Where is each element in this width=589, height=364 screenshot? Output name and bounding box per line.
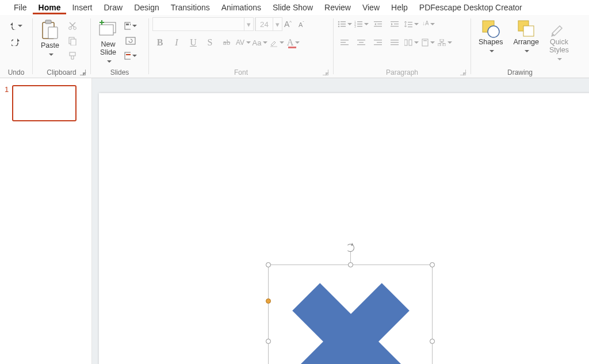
resize-handle-e[interactable]	[430, 339, 435, 344]
font-name-input[interactable]	[153, 18, 244, 30]
svg-rect-13	[126, 37, 135, 44]
increase-indent-button[interactable]	[387, 17, 402, 31]
quick-styles-button[interactable]: Quick Styles	[545, 17, 573, 65]
svg-rect-14	[125, 52, 131, 59]
italic-button[interactable]: I	[169, 36, 184, 49]
section-button[interactable]	[124, 49, 137, 62]
slide-thumbnail-1[interactable]	[12, 85, 77, 121]
menu-home[interactable]: Home	[33, 2, 67, 14]
font-size-combo[interactable]: ▾	[255, 17, 282, 31]
columns-button[interactable]	[404, 36, 419, 49]
numbering-button[interactable]: 123	[354, 17, 369, 31]
text-shadow-button[interactable]: S	[202, 36, 217, 49]
align-center-button[interactable]	[354, 36, 369, 49]
menu-review[interactable]: Review	[319, 2, 357, 14]
dialog-launcher-font[interactable]	[323, 70, 328, 75]
reset-slide-button[interactable]	[124, 35, 137, 47]
menu-pdfescape[interactable]: PDFescape Desktop Creator	[414, 2, 528, 14]
group-label-clipboard: Clipboard	[36, 67, 87, 76]
menu-view[interactable]: View	[357, 2, 385, 14]
svg-rect-2	[48, 27, 58, 39]
smartart-button[interactable]	[437, 36, 452, 49]
cut-button[interactable]	[66, 20, 79, 32]
shapes-button[interactable]: Shapes	[475, 17, 507, 57]
char-spacing-button[interactable]: AV	[236, 36, 251, 49]
chevron-down-icon[interactable]: ▾	[273, 18, 282, 30]
decrease-font-button[interactable]: Aˇ	[299, 21, 311, 28]
menu-slideshow[interactable]: Slide Show	[267, 2, 319, 14]
menu-help[interactable]: Help	[385, 2, 414, 14]
smartart-icon	[438, 39, 446, 46]
svg-rect-48	[391, 40, 399, 40]
text-direction-button[interactable]: ↓A	[420, 17, 435, 31]
group-label-drawing: Drawing	[475, 67, 565, 76]
layout-button[interactable]	[124, 20, 137, 32]
font-color-button[interactable]: A	[286, 36, 301, 49]
dialog-launcher-paragraph[interactable]	[460, 70, 466, 75]
bold-button[interactable]: B	[152, 36, 167, 49]
redo-button[interactable]	[10, 36, 22, 48]
font-name-combo[interactable]: ▾	[152, 17, 254, 31]
resize-handle-ne[interactable]	[430, 262, 435, 267]
svg-rect-50	[391, 44, 399, 45]
line-spacing-button[interactable]	[404, 17, 419, 31]
rotation-handle[interactable]	[346, 244, 354, 252]
menu-insert[interactable]: Insert	[66, 2, 98, 14]
slide-canvas-area[interactable]	[92, 78, 589, 364]
undo-button[interactable]	[10, 20, 22, 32]
new-slide-button[interactable]: New Slide	[94, 17, 122, 67]
svg-rect-24	[357, 24, 362, 25]
arrange-button[interactable]: Arrange	[509, 17, 542, 57]
svg-point-19	[338, 24, 339, 25]
align-text-button[interactable]	[420, 36, 435, 49]
justify-button[interactable]	[387, 36, 402, 49]
svg-rect-29	[374, 21, 382, 22]
resize-handle-nw[interactable]	[266, 262, 271, 267]
svg-rect-54	[423, 40, 427, 41]
justify-icon	[391, 39, 399, 46]
svg-point-21	[338, 26, 339, 28]
svg-rect-6	[71, 39, 76, 45]
highlight-button[interactable]	[269, 36, 284, 49]
shape-selection-box[interactable]	[268, 265, 433, 364]
format-painter-button[interactable]	[66, 49, 79, 62]
arrange-label: Arrange	[513, 39, 538, 47]
svg-rect-9	[100, 25, 113, 35]
strikethrough-button[interactable]: ab	[219, 36, 234, 49]
svg-rect-47	[374, 44, 382, 45]
underline-button[interactable]: U	[186, 36, 201, 49]
change-case-button[interactable]: Aa	[253, 36, 267, 49]
shape-adjust-handle[interactable]	[266, 298, 271, 304]
paste-button[interactable]: Paste	[36, 17, 64, 60]
copy-button[interactable]	[66, 35, 79, 47]
menu-file[interactable]: File	[8, 2, 33, 14]
menu-design[interactable]: Design	[128, 2, 165, 14]
menu-animations[interactable]: Animations	[216, 2, 267, 14]
resize-handle-w[interactable]	[266, 339, 271, 344]
svg-rect-35	[408, 22, 412, 22]
slide[interactable]	[99, 93, 589, 364]
ribbon: Undo Paste	[0, 15, 589, 78]
group-label-font: Font	[152, 67, 330, 76]
svg-point-17	[338, 21, 339, 23]
svg-text:3: 3	[354, 25, 356, 28]
menu-draw[interactable]: Draw	[98, 2, 128, 14]
align-left-button[interactable]	[337, 36, 352, 49]
decrease-indent-button[interactable]	[370, 17, 385, 31]
group-font: ▾ ▾ A^ Aˇ B I U S ab AV Aa	[149, 15, 333, 78]
font-size-input[interactable]	[255, 18, 273, 30]
cross-shape[interactable]	[269, 265, 433, 364]
bullets-button[interactable]	[337, 17, 352, 31]
resize-handle-n[interactable]	[348, 262, 353, 267]
align-right-button[interactable]	[370, 36, 385, 49]
menu-transitions[interactable]: Transitions	[165, 2, 216, 14]
group-label-undo: Undo	[3, 67, 29, 76]
align-right-icon	[374, 39, 382, 46]
chevron-down-icon[interactable]: ▾	[244, 18, 253, 30]
increase-font-button[interactable]: A^	[284, 20, 297, 29]
svg-rect-22	[341, 26, 346, 27]
svg-point-3	[69, 27, 72, 30]
svg-rect-23	[357, 21, 362, 22]
dialog-launcher-clipboard[interactable]	[80, 70, 86, 75]
new-slide-icon	[98, 19, 118, 41]
